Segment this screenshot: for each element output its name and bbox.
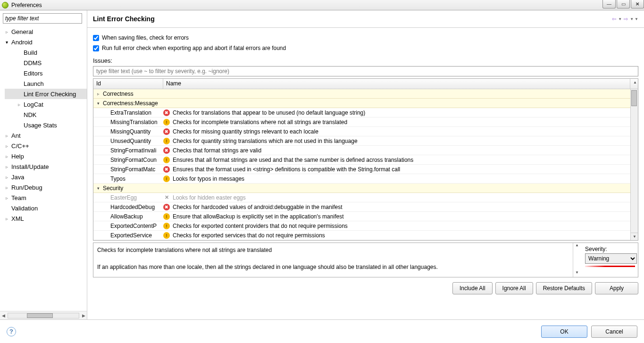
scroll-right-icon[interactable]: ▶ — [80, 313, 87, 318]
nav-back-icon[interactable]: ⇦ — [611, 16, 617, 22]
issue-id: EasterEgg — [93, 194, 163, 201]
description-line1: Checks for incomplete translations where… — [97, 246, 569, 254]
chevron-right-icon[interactable]: ▹ — [6, 143, 11, 149]
check-on-save-box[interactable] — [93, 35, 99, 41]
issue-id: Typos — [93, 176, 163, 182]
preferences-tree[interactable]: ▹General▾AndroidBuildDDMSEditorsLaunchLi… — [0, 26, 87, 311]
chevron-right-icon[interactable]: ▹ — [6, 216, 11, 221]
nav-back-menu[interactable]: ▼ — [618, 17, 622, 21]
table-row[interactable]: UnusedQuantity!Checks for quantity strin… — [93, 136, 638, 146]
sidebar-item-general[interactable]: ▹General — [5, 26, 87, 37]
sidebar-filter-input[interactable] — [3, 13, 82, 24]
table-row[interactable]: MissingQuantity✖Checks for missing quant… — [93, 127, 638, 136]
ok-button[interactable]: OK — [541, 326, 587, 338]
check-on-save[interactable]: When saving files, check for errors — [93, 33, 638, 43]
table-row[interactable]: ExtraTranslation✖Checks for translations… — [93, 108, 638, 117]
table-header: Id Name ▲ — [93, 79, 638, 89]
desc-scroll-down-icon[interactable]: ▼ — [573, 270, 581, 277]
sidebar-item-build[interactable]: Build — [5, 47, 87, 58]
chevron-right-icon[interactable]: ▹ — [97, 92, 103, 96]
table-row[interactable]: ExportedService!Checks for exported serv… — [93, 231, 638, 240]
issue-name: !Looks for typos in messages — [163, 176, 638, 182]
table-row[interactable]: ExportedContentP!Checks for exported con… — [93, 221, 638, 231]
table-group-row[interactable]: ▹Correctness — [93, 89, 638, 99]
sidebar-item-usage-stats[interactable]: Usage Stats — [5, 120, 87, 130]
table-body[interactable]: ▹Correctness▾Correctness:MessageExtraTra… — [93, 89, 638, 240]
table-vscrollbar[interactable]: ▼ — [630, 89, 638, 240]
include-all-button[interactable]: Include All — [452, 282, 493, 294]
sidebar-item-ant[interactable]: ▹Ant — [5, 130, 87, 141]
vscroll-thumb[interactable] — [631, 90, 637, 106]
sidebar-item-validation[interactable]: Validation — [5, 203, 87, 213]
chevron-down-icon[interactable]: ▾ — [97, 101, 103, 106]
chevron-right-icon[interactable]: ▹ — [6, 195, 11, 201]
severity-underline — [585, 266, 635, 267]
sidebar-item-logcat[interactable]: ▹LogCat — [5, 99, 87, 109]
scroll-left-icon[interactable]: ◀ — [0, 313, 7, 318]
sidebar-item-ddms[interactable]: DDMS — [5, 58, 87, 68]
sidebar-item-launch[interactable]: Launch — [5, 78, 87, 89]
sidebar-item-run-debug[interactable]: ▹Run/Debug — [5, 182, 87, 192]
table-row[interactable]: Typos!Looks for typos in messages — [93, 174, 638, 184]
table-row[interactable]: StringFormatInvali✖Checks that format st… — [93, 146, 638, 155]
sidebar-scrollbar[interactable]: ◀ ▶ — [0, 311, 87, 319]
nav-forward-menu[interactable]: ▼ — [630, 17, 634, 21]
table-group-row[interactable]: ▾Security — [93, 184, 638, 193]
sidebar-item-label: Usage Stats — [24, 122, 57, 129]
chevron-right-icon[interactable]: ▹ — [6, 29, 11, 34]
table-group-row[interactable]: ▾Correctness:Message — [93, 99, 638, 108]
warning-icon: ! — [163, 119, 170, 125]
sidebar-item-ndk[interactable]: NDK — [5, 109, 87, 120]
help-icon[interactable]: ? — [7, 327, 16, 336]
issues-filter-input[interactable] — [93, 66, 638, 76]
scroll-up-icon[interactable]: ▲ — [630, 79, 638, 89]
maximize-button[interactable]: ▭ — [617, 0, 630, 8]
chevron-right-icon[interactable]: ▹ — [6, 164, 11, 169]
description-scrollbar[interactable]: ▲ ▼ — [573, 243, 580, 277]
apply-button[interactable]: Apply — [595, 282, 638, 294]
chevron-right-icon[interactable]: ▹ — [6, 175, 11, 180]
close-button[interactable]: ✕ — [631, 0, 644, 8]
table-row[interactable]: AllowBackup!Ensure that allowBackup is e… — [93, 212, 638, 221]
ignore-all-button[interactable]: Ignore All — [495, 282, 533, 294]
sidebar-item-team[interactable]: ▹Team — [5, 192, 87, 203]
sidebar-item-java[interactable]: ▹Java — [5, 172, 87, 182]
warning-icon: ! — [163, 232, 170, 239]
check-on-export-box[interactable] — [93, 45, 99, 51]
issue-name: ✕Looks for hidden easter eggs — [163, 194, 638, 201]
desc-scroll-up-icon[interactable]: ▲ — [573, 243, 581, 250]
sidebar-item-install-update[interactable]: ▹Install/Update — [5, 161, 87, 172]
issue-id: AllowBackup — [93, 213, 163, 220]
minimize-button[interactable]: — — [602, 0, 616, 8]
sidebar-item-editors[interactable]: Editors — [5, 68, 87, 78]
table-row[interactable]: EasterEgg✕Looks for hidden easter eggs — [93, 193, 638, 202]
sidebar-item-c-c-[interactable]: ▹C/C++ — [5, 141, 87, 151]
sidebar-item-xml[interactable]: ▹XML — [5, 213, 87, 224]
sidebar-item-lint-error-checking[interactable]: Lint Error Checking — [5, 89, 87, 99]
sidebar-item-android[interactable]: ▾Android — [5, 37, 87, 47]
table-row[interactable]: StringFormatMatc✖Ensures that the format… — [93, 165, 638, 174]
issue-name: ✖Ensures that the format used in <string… — [163, 166, 638, 173]
chevron-right-icon[interactable]: ▹ — [6, 133, 11, 138]
restore-defaults-button[interactable]: Restore Defaults — [536, 282, 592, 294]
scroll-thumb[interactable] — [27, 313, 53, 318]
table-row[interactable]: HardcodedDebug✖Checks for hardcoded valu… — [93, 202, 638, 212]
chevron-right-icon[interactable]: ▹ — [18, 102, 24, 107]
chevron-down-icon[interactable]: ▾ — [97, 186, 103, 191]
sidebar-item-help[interactable]: ▹Help — [5, 151, 87, 161]
table-row[interactable]: StringFormatCoun!Ensures that all format… — [93, 155, 638, 165]
cancel-button[interactable]: Cancel — [591, 326, 637, 338]
column-name[interactable]: Name — [163, 79, 630, 89]
scroll-down-icon[interactable]: ▼ — [631, 233, 638, 240]
chevron-down-icon[interactable]: ▾ — [6, 40, 11, 45]
issues-label: Issues: — [87, 55, 644, 65]
chevron-right-icon[interactable]: ▹ — [6, 185, 11, 190]
scroll-track[interactable] — [8, 313, 79, 318]
column-id[interactable]: Id — [93, 79, 163, 89]
severity-select[interactable]: Warning — [585, 253, 637, 264]
nav-forward-icon[interactable]: ⇨ — [623, 16, 629, 22]
chevron-right-icon[interactable]: ▹ — [6, 154, 11, 159]
check-on-export[interactable]: Run full error check when exporting app … — [93, 43, 638, 53]
nav-menu-icon[interactable]: ▼ — [635, 17, 638, 21]
table-row[interactable]: MissingTranslation!Checks for incomplete… — [93, 117, 638, 127]
